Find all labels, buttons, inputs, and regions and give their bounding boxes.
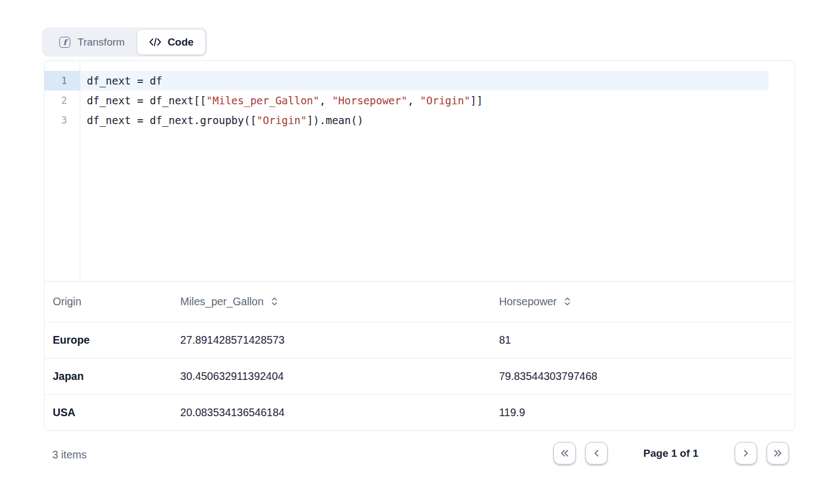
editor-gutter: 123 — [45, 61, 80, 281]
value-cell: 30.450632911392404 — [172, 358, 491, 394]
code-token: ]] — [470, 94, 483, 107]
function-icon: f — [59, 37, 70, 48]
tab-transform-label: Transform — [77, 36, 125, 48]
string-token: "Origin" — [257, 114, 307, 126]
value-cell: 119.9 — [491, 394, 795, 430]
sort-arrows-icon[interactable] — [564, 298, 570, 305]
first-page-button[interactable] — [553, 442, 576, 464]
table-row: USA20.083534136546184119.9 — [45, 394, 795, 430]
prev-page-button[interactable] — [585, 442, 608, 464]
column-header-origin: Origin — [45, 282, 172, 322]
items-count-label: 3 items — [52, 449, 87, 461]
column-header-label: Miles_per_Gallon — [180, 295, 264, 308]
double-chevron-left-icon — [560, 450, 569, 457]
tab-code[interactable]: Code — [137, 29, 206, 55]
code-token: , — [319, 94, 332, 107]
table-row: Japan30.45063291139240479.83544303797468 — [45, 358, 795, 394]
code-token: df_next = df_next.groupby([ — [87, 114, 257, 126]
editor-lines: df_next = dfdf_next = df_next[["Miles_pe… — [80, 61, 795, 281]
chevron-left-icon — [593, 450, 599, 457]
row-label-cell: Europe — [45, 322, 172, 358]
tab-code-label: Code — [168, 36, 194, 48]
code-token: ]).mean() — [307, 114, 363, 126]
tab-transform[interactable]: f Transform — [43, 29, 137, 55]
line-number: 1 — [45, 71, 80, 91]
value-cell: 81 — [491, 322, 795, 358]
row-label-cell: USA — [45, 394, 172, 430]
transform-panel: 123 df_next = dfdf_next = df_next[["Mile… — [44, 60, 795, 431]
value-cell: 20.083534136546184 — [172, 394, 491, 430]
column-header-label: Origin — [53, 295, 81, 308]
line-number: 3 — [45, 110, 80, 130]
last-page-button[interactable] — [767, 442, 789, 464]
app-page: f Transform Code 123 df_next = dfdf_next… — [0, 0, 833, 504]
code-token: , — [407, 94, 420, 107]
chevron-right-icon — [743, 450, 749, 457]
value-cell: 79.83544303797468 — [491, 358, 795, 394]
result-table: OriginMiles_per_GallonHorsepower Europe2… — [45, 282, 795, 430]
next-page-button[interactable] — [735, 442, 757, 464]
string-token: "Miles_per_Gallon" — [206, 94, 319, 107]
line-number: 2 — [45, 91, 80, 110]
code-token: df_next = df_next[[ — [87, 94, 206, 107]
double-chevron-right-icon — [773, 450, 782, 457]
code-token: df_next = df — [87, 75, 162, 87]
column-header-horsepower[interactable]: Horsepower — [491, 282, 795, 322]
pagination: Page 1 of 1 — [553, 442, 789, 464]
column-header-label: Horsepower — [499, 295, 557, 308]
code-editor[interactable]: 123 df_next = dfdf_next = df_next[["Mile… — [45, 61, 795, 282]
sort-arrows-icon[interactable] — [271, 298, 277, 305]
table-body: Europe27.89142857142857381Japan30.450632… — [45, 322, 795, 430]
code-line[interactable]: df_next = df_next.groupby(["Origin"]).me… — [80, 110, 795, 130]
page-indicator: Page 1 of 1 — [640, 447, 702, 460]
view-tabbar: f Transform Code — [42, 27, 207, 57]
table-row: Europe27.89142857142857381 — [45, 322, 795, 358]
row-label-cell: Japan — [45, 358, 172, 394]
code-line[interactable]: df_next = df — [80, 71, 769, 91]
table-header-row: OriginMiles_per_GallonHorsepower — [45, 282, 795, 322]
value-cell: 27.891428571428573 — [172, 322, 491, 358]
string-token: "Origin" — [420, 94, 470, 107]
column-header-miles_per_gallon[interactable]: Miles_per_Gallon — [172, 282, 491, 322]
code-slash-icon — [149, 37, 162, 47]
code-line[interactable]: df_next = df_next[["Miles_per_Gallon", "… — [80, 91, 795, 110]
string-token: "Horsepower" — [332, 94, 407, 107]
